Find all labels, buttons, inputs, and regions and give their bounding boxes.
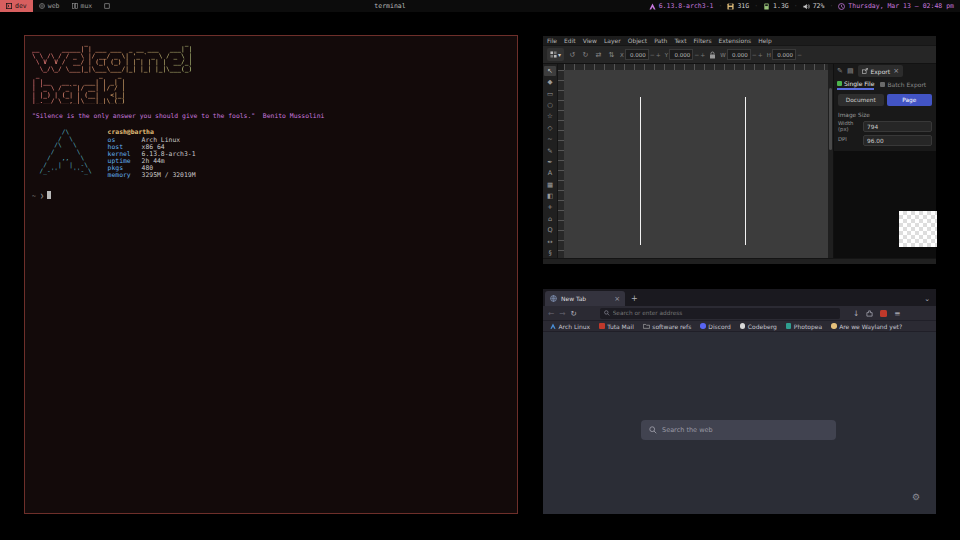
workspace-tag-web[interactable]: web — [33, 0, 66, 12]
ublock-icon[interactable] — [880, 310, 887, 317]
spinner-minus[interactable]: − — [752, 51, 757, 58]
spinner-minus[interactable]: − — [694, 51, 699, 58]
lock-ratio-icon[interactable] — [709, 51, 716, 59]
export-panel-tab[interactable]: Export × — [858, 65, 904, 77]
terminal-icon — [6, 3, 12, 9]
export-dock: ✎ ▤ Export × Single File Batch — [833, 64, 936, 258]
x-field[interactable]: X 0.000 − + — [620, 49, 661, 60]
menu-layer[interactable]: Layer — [604, 37, 621, 44]
workspace-tag-dev[interactable]: dev — [0, 0, 33, 12]
bookmark-discord[interactable]: Discord — [700, 323, 731, 330]
h-field[interactable]: H 0.000 − — [767, 49, 802, 60]
menu-text[interactable]: Text — [674, 37, 686, 44]
newtab-search-field[interactable]: Search the web — [641, 420, 836, 440]
new-tab-button[interactable]: + — [631, 294, 638, 303]
objects-panel-icon[interactable]: ✎ — [837, 67, 843, 75]
memory-icon — [763, 3, 770, 10]
dpi-input[interactable]: 96.00 — [863, 135, 932, 146]
menu-extensions[interactable]: Extensions — [719, 37, 752, 44]
tool-controls-bar: ▾ ↺ ↻ ⇄ ⇅ X 0.000 − + Y 0.000 − + W 0.00… — [543, 45, 936, 64]
bookmark-folder-software-refs[interactable]: software refs — [643, 323, 691, 330]
rect-tool-icon[interactable]: ▭ — [544, 89, 556, 99]
menu-path[interactable]: Path — [654, 37, 667, 44]
gear-icon[interactable]: ⚙ — [912, 492, 920, 502]
bookmark-tuta-mail[interactable]: Tuta Mail — [599, 323, 634, 330]
tab-batch-export[interactable]: Batch Export — [880, 81, 926, 88]
photopea-favicon — [786, 323, 792, 329]
workspace-tag-4[interactable] — [98, 0, 116, 12]
measure-tool-icon[interactable]: ↔ — [544, 237, 556, 247]
inkscape-main: ↖ ◆ ▭ ○ ☆ ◇ ~ ✎ ✒ A ▦ ◧ + ⌂ Q ↔ § — [543, 64, 936, 258]
spinner-minus[interactable]: − — [650, 51, 655, 58]
bookmark-codeberg[interactable]: Codeberg — [740, 323, 777, 330]
pen-tool-icon[interactable]: ✒ — [544, 157, 556, 167]
bookmark-arch-linux[interactable]: Arch Linux — [550, 323, 590, 330]
canvas-vscrollbar[interactable] — [828, 70, 833, 258]
bucket-tool-icon[interactable]: ⌂ — [544, 214, 556, 224]
address-input[interactable] — [613, 310, 836, 316]
flip-vertical-icon[interactable]: ⇅ — [607, 51, 616, 59]
tab-favicon-globe-icon — [550, 295, 557, 302]
reload-button[interactable]: ↻ — [571, 309, 577, 318]
spiral-tool-icon[interactable]: ~ — [544, 134, 556, 144]
close-icon[interactable]: × — [893, 67, 899, 75]
text-tool-icon[interactable]: A — [544, 168, 556, 178]
image-icon — [837, 81, 842, 86]
ellipse-tool-icon[interactable]: ○ — [544, 100, 556, 110]
downloads-icon[interactable]: ↓ — [853, 309, 859, 318]
address-bar[interactable] — [600, 308, 840, 319]
tuta-favicon — [599, 323, 605, 329]
tab-close-icon[interactable]: × — [614, 295, 620, 303]
extensions-icon[interactable] — [866, 310, 873, 317]
spinner-minus[interactable]: − — [797, 51, 802, 58]
page-button[interactable]: Page — [887, 94, 933, 106]
bookmark-are-we-wayland-yet[interactable]: Are we Wayland yet? — [831, 323, 902, 330]
spinner-plus[interactable]: + — [656, 51, 661, 58]
tab-single-file[interactable]: Single File — [837, 80, 874, 90]
inkscape-canvas[interactable] — [564, 70, 828, 258]
box3d-tool-icon[interactable]: ◇ — [544, 123, 556, 133]
selection-mode-button[interactable]: ▾ — [547, 48, 564, 61]
selector-tool-icon[interactable]: ↖ — [544, 66, 556, 76]
width-input[interactable]: 794 — [863, 121, 932, 132]
rotate-ccw-icon[interactable]: ↺ — [568, 51, 577, 59]
connector-tool-icon[interactable]: § — [544, 248, 556, 258]
newtab-search-placeholder: Search the web — [662, 426, 713, 434]
y-field[interactable]: Y 0.000 − + — [665, 49, 705, 60]
tab-new-tab[interactable]: New Tab × — [545, 291, 625, 306]
list-all-tabs-icon[interactable]: ⌄ — [924, 295, 930, 303]
menu-help[interactable]: Help — [758, 37, 772, 44]
export-area-buttons: Document Page — [834, 91, 936, 108]
menu-filters[interactable]: Filters — [694, 37, 712, 44]
node-tool-icon[interactable]: ◆ — [544, 77, 556, 87]
w-field[interactable]: W 0.000 − + — [720, 49, 763, 60]
spinner-plus[interactable]: + — [758, 51, 763, 58]
back-button[interactable]: ← — [548, 309, 554, 318]
document-button[interactable]: Document — [838, 94, 884, 106]
mesh-tool-icon[interactable]: ◧ — [544, 191, 556, 201]
star-tool-icon[interactable]: ☆ — [544, 112, 556, 122]
shell-prompt[interactable]: ~ ❯ — [32, 191, 510, 200]
dropper-tool-icon[interactable]: + — [544, 203, 556, 213]
forward-button[interactable]: → — [559, 309, 565, 318]
volume-icon — [803, 3, 810, 10]
image-size-label: Image Size — [834, 108, 936, 120]
menu-edit[interactable]: Edit — [564, 37, 576, 44]
terminal-window[interactable]: _ _ __ _____| | ___ ___ _ __ ___ ___| | … — [24, 35, 518, 514]
caret-icon: ▾ — [558, 51, 561, 58]
menu-file[interactable]: File — [547, 37, 557, 44]
menu-object[interactable]: Object — [628, 37, 648, 44]
layers-panel-icon[interactable]: ▤ — [847, 67, 854, 75]
flip-horizontal-icon[interactable]: ⇄ — [594, 51, 603, 59]
workspace-tag-mux[interactable]: mux — [66, 0, 99, 12]
rotate-cw-icon[interactable]: ↻ — [581, 51, 590, 59]
pencil-tool-icon[interactable]: ✎ — [544, 146, 556, 156]
zoom-tool-icon[interactable]: Q — [544, 225, 556, 235]
spinner-plus[interactable]: + — [700, 51, 705, 58]
scroll-thumb[interactable] — [829, 88, 832, 150]
bookmark-photopea[interactable]: Photopea — [786, 323, 822, 330]
menu-icon[interactable]: ≡ — [894, 309, 900, 318]
fetch-info: crash@bartha osArch Linux hostx86_64 ker… — [108, 129, 196, 179]
menu-view[interactable]: View — [583, 37, 597, 44]
gradient-tool-icon[interactable]: ▦ — [544, 180, 556, 190]
